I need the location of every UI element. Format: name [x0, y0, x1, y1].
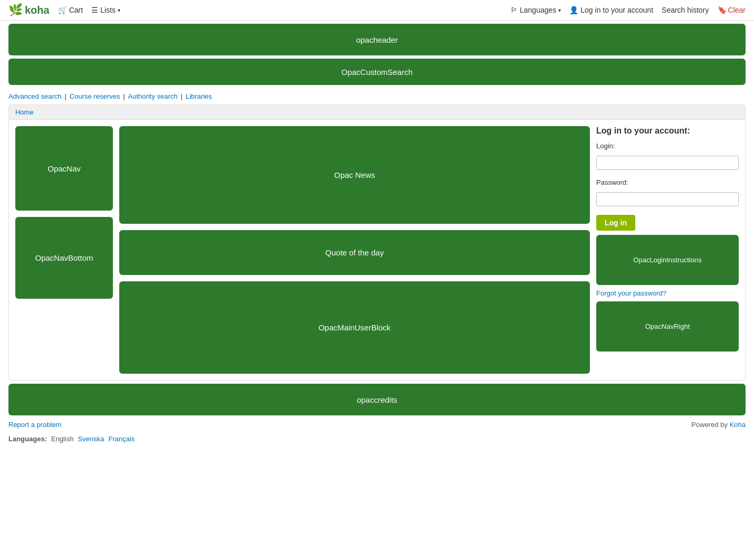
cart-link[interactable]: 🛒 Cart [58, 6, 83, 14]
koha-link[interactable]: Koha [730, 421, 746, 429]
footer-row: Report a problem Powered by Koha [8, 421, 746, 429]
search-history-link[interactable]: Search history [662, 6, 709, 14]
home-breadcrumb[interactable]: Home [15, 108, 34, 116]
sub-navigation: Advanced search | Course reserves | Auth… [0, 88, 754, 105]
dropdown-arrow-icon: ▾ [118, 7, 120, 13]
languages-link[interactable]: 🏳 Languages ▾ [510, 6, 561, 14]
footer-powered: Powered by Koha [691, 421, 746, 429]
english-language: English [51, 435, 74, 443]
opac-custom-search-block: OpacCustomSearch [8, 59, 746, 85]
nav-left: 🌿 koha 🛒 Cart ☰ Lists ▾ [8, 3, 120, 17]
separator-2: | [123, 92, 125, 100]
language-bar: Languages: English Svenska Français [0, 432, 754, 446]
login-input[interactable] [596, 156, 739, 170]
opacnavbottom-block: OpacNavBottom [15, 217, 113, 299]
flag-icon: 🏳 [510, 6, 518, 14]
forgot-password-link[interactable]: Forgot your password? [596, 289, 739, 297]
user-icon: 👤 [569, 6, 578, 14]
report-problem-link[interactable]: Report a problem [8, 421, 61, 429]
francais-language-link[interactable]: Français [108, 435, 135, 443]
opac-news-block: Opac News [119, 126, 590, 224]
nav-right: 🏳 Languages ▾ 👤 Log in to your account S… [510, 6, 746, 14]
lists-link[interactable]: ☰ Lists ▾ [91, 6, 120, 14]
separator-3: | [181, 92, 183, 100]
logo-leaf-icon: 🌿 [8, 3, 23, 17]
opaccredits-block: opaccredits [8, 384, 746, 415]
quote-of-the-day-block: Quote of the day [119, 230, 590, 275]
clear-link[interactable]: 🔖 Clear [718, 6, 746, 14]
opacheader-block: opacheader [8, 24, 746, 55]
login-label: Login: [596, 142, 739, 150]
authority-search-link[interactable]: Authority search [128, 92, 178, 100]
course-reserves-link[interactable]: Course reserves [70, 92, 120, 100]
content-area: OpacNav OpacNavBottom Opac News Quote of… [9, 120, 745, 380]
password-label: Password: [596, 178, 739, 186]
login-title: Log in to your account: [596, 126, 739, 136]
opacnav-block: OpacNav [15, 126, 113, 211]
password-input[interactable] [596, 192, 739, 206]
languages-dropdown-arrow-icon: ▾ [558, 7, 561, 13]
separator-1: | [64, 92, 66, 100]
login-link[interactable]: 👤 Log in to your account [569, 6, 653, 14]
libraries-link[interactable]: Libraries [186, 92, 212, 100]
top-navigation: 🌿 koha 🛒 Cart ☰ Lists ▾ 🏳 Languages ▾ 👤 … [0, 0, 754, 21]
breadcrumb: Home [9, 105, 745, 120]
left-column: OpacNav OpacNavBottom [15, 126, 113, 374]
footer-links: Report a problem [8, 421, 61, 429]
footer: Report a problem Powered by Koha [8, 421, 746, 429]
opac-main-user-block: OpacMainUserBlock [119, 281, 590, 374]
advanced-search-link[interactable]: Advanced search [8, 92, 61, 100]
language-bar-label: Languages: [8, 435, 47, 443]
logo[interactable]: 🌿 koha [8, 3, 50, 17]
middle-column: Opac News Quote of the day OpacMainUserB… [119, 126, 590, 374]
logo-text: koha [25, 4, 50, 16]
opac-nav-right-block: OpacNavRight [596, 301, 739, 352]
main-wrapper: Home OpacNav OpacNavBottom Opac News Quo… [8, 105, 746, 381]
svenska-language-link[interactable]: Svenska [78, 435, 104, 443]
login-button[interactable]: Log in [596, 215, 635, 231]
clear-icon: 🔖 [718, 6, 727, 14]
right-column: Log in to your account: Login: Password:… [596, 126, 739, 374]
cart-icon: 🛒 [58, 6, 67, 14]
opac-login-instructions-block: OpacLoginInstructions [596, 235, 739, 285]
lists-icon: ☰ [91, 6, 98, 14]
